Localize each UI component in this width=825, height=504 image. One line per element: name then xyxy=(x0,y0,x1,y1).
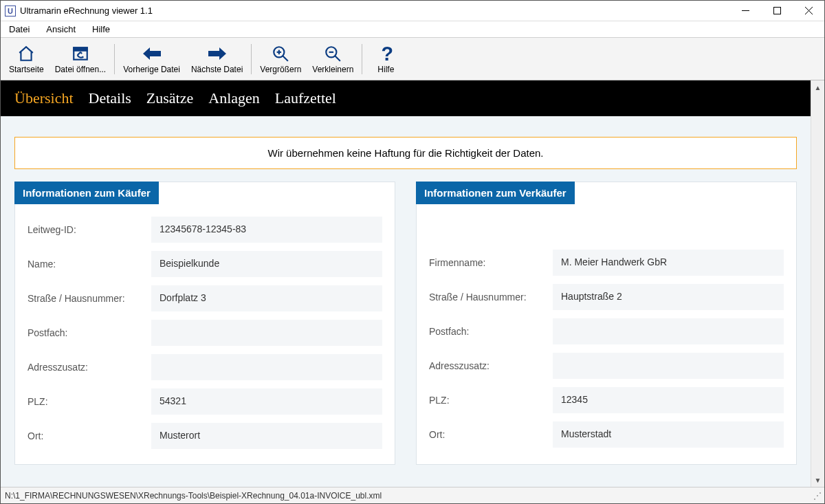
statusbar: N:\1_FIRMA\RECHNUNGSWESEN\XRechnungs-Too… xyxy=(1,487,824,503)
table-row: Postfach: xyxy=(28,320,382,346)
zoomin-button[interactable]: Vergrößern xyxy=(254,39,307,79)
menu-help[interactable]: Hilfe xyxy=(89,23,113,36)
menu-view[interactable]: Ansicht xyxy=(43,23,78,36)
seller-addr2-label: Adresszusatz: xyxy=(429,360,553,371)
buyer-street-value: Dorfplatz 3 xyxy=(151,285,382,311)
buyer-zip-value: 54321 xyxy=(151,388,382,415)
content-area: Übersicht Details Zusätze Anlagen Laufze… xyxy=(1,80,811,487)
disclaimer-notice: Wir übernehmen keine Haftung für die Ric… xyxy=(14,137,797,169)
buyer-name-value: Beispielkunde xyxy=(151,251,382,277)
zoom-in-icon xyxy=(272,44,289,63)
window-title: Ultramarin eRechnung viewer 1.1 xyxy=(20,6,729,16)
seller-street-value: Hauptstraße 2 xyxy=(553,284,784,310)
prev-button[interactable]: Vorherige Datei xyxy=(118,39,186,79)
home-label: Startseite xyxy=(9,65,44,74)
svg-text:?: ? xyxy=(382,45,393,63)
buyer-zip-label: PLZ: xyxy=(28,396,151,407)
help-button[interactable]: ? Hilfe xyxy=(365,39,406,79)
close-button[interactable] xyxy=(793,1,824,21)
home-button[interactable]: Startseite xyxy=(3,39,50,79)
buyer-pobox-label: Postfach: xyxy=(28,327,151,338)
buyer-addr2-value xyxy=(151,354,382,380)
buyer-street-label: Straße / Hausnummer: xyxy=(28,293,151,304)
home-icon xyxy=(17,44,35,63)
zoomout-button[interactable]: Verkleinern xyxy=(307,39,359,79)
seller-zip-value: 12345 xyxy=(553,387,784,413)
menubar: Datei Ansicht Hilfe xyxy=(1,21,824,38)
next-button[interactable]: Nächste Datei xyxy=(186,39,248,79)
scroll-up-arrow[interactable]: ▲ xyxy=(811,80,824,94)
app-window: U Ultramarin eRechnung viewer 1.1 Datei … xyxy=(0,0,825,504)
table-row: PLZ:54321 xyxy=(28,388,382,415)
seller-street-label: Straße / Hausnummer: xyxy=(429,292,553,303)
table-row: Name:Beispielkunde xyxy=(28,251,382,277)
table-row: Ort:Musterort xyxy=(28,423,382,449)
prev-label: Vorherige Datei xyxy=(123,65,180,74)
buyer-pobox-value xyxy=(151,320,382,346)
buyer-city-value: Musterort xyxy=(151,423,382,449)
seller-name-value: M. Meier Handwerk GbR xyxy=(553,250,784,276)
buyer-leitweg-value: 12345678-12345-83 xyxy=(151,217,382,243)
menu-file[interactable]: Datei xyxy=(6,23,32,36)
table-row: Straße / Hausnummer:Dorfplatz 3 xyxy=(28,285,382,311)
document-tabs: Übersicht Details Zusätze Anlagen Laufze… xyxy=(1,80,811,116)
table-row: Leitweg-ID:12345678-12345-83 xyxy=(28,217,382,243)
toolbar-separator xyxy=(114,44,115,74)
seller-pobox-value xyxy=(553,318,784,344)
vertical-scrollbar[interactable]: ▲ ▼ xyxy=(811,80,824,487)
zoom-out-icon xyxy=(324,44,342,63)
titlebar: U Ultramarin eRechnung viewer 1.1 xyxy=(1,1,824,21)
question-icon: ? xyxy=(379,44,393,63)
buyer-name-label: Name: xyxy=(28,259,151,270)
table-row: Firmenname:M. Meier Handwerk GbR xyxy=(429,250,784,276)
scroll-down-arrow[interactable]: ▼ xyxy=(811,473,824,487)
seller-zip-label: PLZ: xyxy=(429,395,553,406)
tab-overview[interactable]: Übersicht xyxy=(14,89,74,107)
tab-details[interactable]: Details xyxy=(89,89,131,107)
seller-panel: Informationen zum Verkäufer Firmenname:M… xyxy=(416,182,797,465)
zoomin-label: Vergrößern xyxy=(260,65,301,74)
seller-addr2-value xyxy=(553,353,784,379)
svg-line-11 xyxy=(336,56,341,61)
table-row: Adresszusatz: xyxy=(429,353,784,379)
buyer-city-label: Ort: xyxy=(28,430,151,441)
status-path: N:\1_FIRMA\RECHNUNGSWESEN\XRechnungs-Too… xyxy=(5,491,382,501)
seller-pobox-label: Postfach: xyxy=(429,326,553,337)
zoomout-label: Verkleinern xyxy=(312,65,353,74)
buyer-panel: Informationen zum Käufer Leitweg-ID:1234… xyxy=(14,182,395,465)
toolbar-separator xyxy=(251,44,252,74)
tab-attachments[interactable]: Anlagen xyxy=(208,89,260,107)
tab-routing[interactable]: Laufzettel xyxy=(275,89,336,107)
buyer-panel-title: Informationen zum Käufer xyxy=(14,182,159,204)
open-icon xyxy=(72,44,89,63)
next-label: Nächste Datei xyxy=(191,65,243,74)
help-label: Hilfe xyxy=(377,65,394,74)
buyer-leitweg-label: Leitweg-ID: xyxy=(28,224,151,235)
minimize-button[interactable] xyxy=(729,1,761,21)
resize-grip-icon[interactable]: ⋰ xyxy=(813,491,820,501)
toolbar-separator xyxy=(362,44,362,74)
svg-rect-1 xyxy=(773,8,780,14)
open-button[interactable]: Datei öffnen... xyxy=(50,39,112,79)
open-label: Datei öffnen... xyxy=(55,65,107,74)
table-row: PLZ:12345 xyxy=(429,387,784,413)
svg-line-7 xyxy=(283,56,289,61)
table-row: Straße / Hausnummer:Hauptstraße 2 xyxy=(429,284,784,310)
seller-panel-title: Informationen zum Verkäufer xyxy=(416,182,575,204)
buyer-addr2-label: Adresszusatz: xyxy=(28,362,151,373)
tab-extras[interactable]: Zusätze xyxy=(146,89,193,107)
toolbar: Startseite Datei öffnen... Vorherige Dat… xyxy=(1,38,824,80)
app-icon: U xyxy=(5,6,16,17)
window-controls xyxy=(729,1,824,21)
seller-name-label: Firmenname: xyxy=(429,257,553,268)
seller-city-label: Ort: xyxy=(429,429,553,440)
table-row: Postfach: xyxy=(429,318,784,344)
table-row: Adresszusatz: xyxy=(28,354,382,380)
arrow-right-icon xyxy=(207,44,228,63)
maximize-button[interactable] xyxy=(761,1,793,21)
table-row: Ort:Musterstadt xyxy=(429,421,784,448)
content-wrap: Übersicht Details Zusätze Anlagen Laufze… xyxy=(1,80,824,487)
seller-city-value: Musterstadt xyxy=(553,421,784,448)
arrow-left-icon xyxy=(142,44,162,63)
svg-rect-5 xyxy=(74,47,87,50)
